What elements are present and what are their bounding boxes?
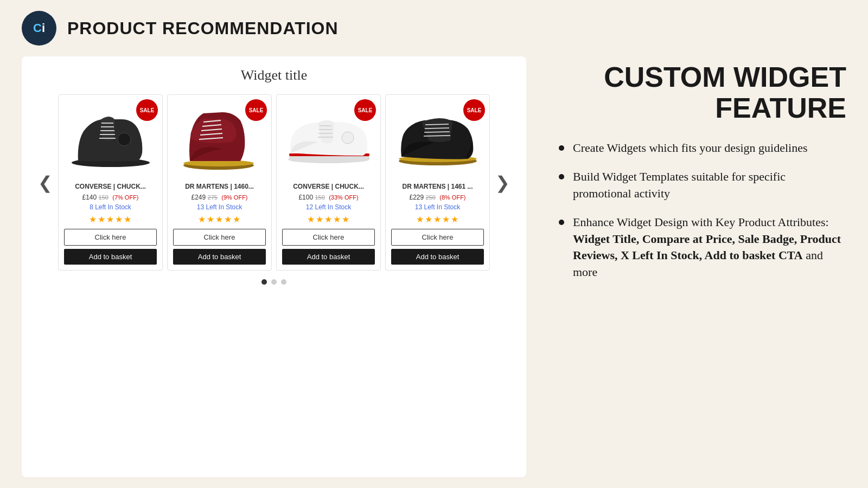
carousel-dots bbox=[33, 279, 515, 285]
bullet-dot bbox=[559, 145, 564, 151]
price-row: £100 150 (33% OFF) bbox=[298, 194, 358, 201]
svg-line-25 bbox=[425, 128, 449, 129]
add-to-basket-button[interactable]: Add to basket bbox=[282, 249, 375, 265]
sale-badge: SALE bbox=[463, 99, 485, 121]
stars: ★★★★★ bbox=[307, 214, 350, 224]
stars: ★★★★★ bbox=[416, 214, 459, 224]
bullet-dot bbox=[559, 220, 564, 225]
price-row: £140 150 (7% OFF) bbox=[82, 194, 138, 201]
logo-icon: Ci bbox=[22, 11, 56, 46]
feature-item-2: Build Widget Templates suitable for spec… bbox=[559, 169, 846, 202]
svg-point-6 bbox=[118, 133, 131, 146]
click-here-button[interactable]: Click here bbox=[64, 229, 157, 246]
stock-label: 12 Left In Stock bbox=[306, 203, 351, 211]
svg-line-26 bbox=[424, 132, 450, 132]
click-here-button[interactable]: Click here bbox=[282, 229, 375, 246]
product-name: CONVERSE | CHUCK... bbox=[75, 183, 146, 190]
features-list: Create Widgets which fits your design gu… bbox=[559, 140, 846, 293]
feature-text-2: Build Widget Templates suitable for spec… bbox=[573, 169, 846, 202]
svg-rect-15 bbox=[289, 156, 369, 160]
product-card: SALE bbox=[385, 94, 490, 271]
feature-title: CUSTOM WIDGETFEATURE bbox=[559, 62, 846, 124]
carousel-dot-2[interactable] bbox=[271, 279, 277, 285]
product-card: SALE bbox=[167, 94, 272, 271]
product-name: CONVERSE | CHUCK... bbox=[293, 183, 364, 190]
stock-label: 13 Left In Stock bbox=[197, 203, 242, 211]
sale-badge: SALE bbox=[354, 99, 376, 121]
add-to-basket-button[interactable]: Add to basket bbox=[391, 249, 484, 265]
carousel: ❮ SALE bbox=[33, 94, 515, 271]
product-card: SALE bbox=[276, 94, 381, 271]
product-name: DR MARTENS | 1461 ... bbox=[402, 183, 473, 190]
feature-text-1: Create Widgets which fits your design gu… bbox=[573, 140, 808, 157]
add-to-basket-button[interactable]: Add to basket bbox=[173, 249, 266, 265]
add-to-basket-button[interactable]: Add to basket bbox=[64, 249, 157, 265]
svg-line-27 bbox=[424, 136, 450, 136]
carousel-dot-3[interactable] bbox=[281, 279, 286, 285]
stock-label: 8 Left In Stock bbox=[90, 203, 131, 211]
product-name: DR MARTENS | 1460... bbox=[185, 183, 254, 190]
svg-line-24 bbox=[425, 124, 449, 125]
next-arrow[interactable]: ❯ bbox=[490, 167, 515, 198]
stars: ★★★★★ bbox=[89, 214, 132, 224]
bullet-dot bbox=[559, 174, 564, 179]
sale-badge: SALE bbox=[245, 99, 267, 121]
main-content: Widget title ❮ SALE bbox=[0, 51, 868, 488]
click-here-button[interactable]: Click here bbox=[173, 229, 266, 246]
app-title: PRODUCT RECOMMENDATION bbox=[67, 18, 339, 38]
product-card: SALE bbox=[58, 94, 163, 271]
shoe-image-4 bbox=[392, 112, 484, 166]
stock-label: 13 Left In Stock bbox=[415, 203, 460, 211]
products-row: SALE bbox=[58, 94, 490, 271]
stars: ★★★★★ bbox=[198, 214, 241, 224]
right-panel: CUSTOM WIDGETFEATURE Create Widgets whic… bbox=[559, 56, 846, 477]
price-row: £229 250 (8% OFF) bbox=[409, 194, 465, 201]
carousel-dot-1[interactable] bbox=[261, 279, 267, 285]
feature-text-3: Enhance Widget Design with Key Product A… bbox=[573, 214, 846, 281]
widget-title: Widget title bbox=[33, 67, 515, 84]
header: Ci PRODUCT RECOMMENDATION bbox=[0, 0, 868, 51]
feature-item-1: Create Widgets which fits your design gu… bbox=[559, 140, 846, 157]
prev-arrow[interactable]: ❮ bbox=[33, 167, 58, 198]
click-here-button[interactable]: Click here bbox=[391, 229, 484, 246]
price-row: £249 275 (9% OFF) bbox=[191, 194, 247, 201]
svg-point-21 bbox=[342, 132, 354, 144]
left-panel: Widget title ❮ SALE bbox=[22, 56, 526, 477]
feature-item-3: Enhance Widget Design with Key Product A… bbox=[559, 214, 846, 281]
shoe-image-3 bbox=[283, 115, 375, 164]
sale-badge: SALE bbox=[136, 99, 158, 121]
widget-container: Widget title ❮ SALE bbox=[22, 56, 526, 477]
